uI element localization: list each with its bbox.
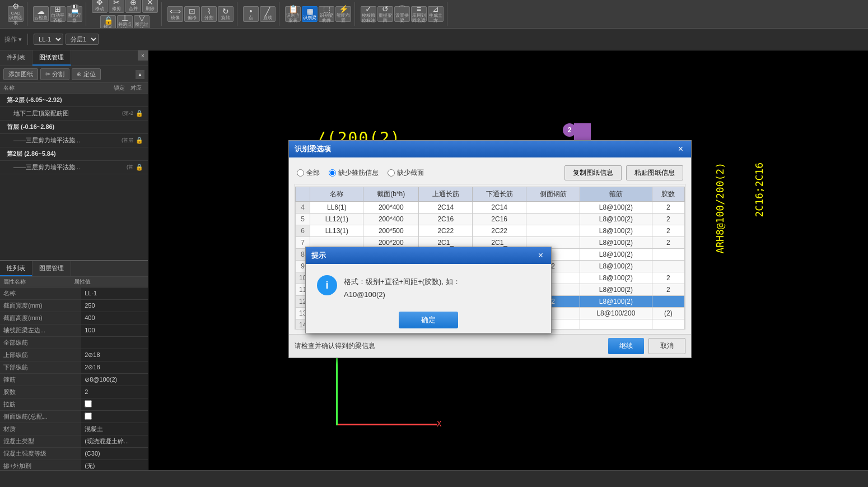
beam-cell-0-2[interactable]: 200*400 — [363, 202, 419, 214]
beam-combo[interactable]: LL-1 — [34, 34, 63, 45]
gen-earthwork-btn[interactable]: ⊿生成土方 — [428, 6, 444, 22]
identify-beam-btn[interactable]: ▦识别梁 — [302, 6, 318, 22]
prop-row-0[interactable]: 名称LL-1 — [0, 287, 148, 300]
line-btn[interactable]: ╱直线 — [260, 6, 276, 22]
beam-cell-2-0[interactable]: 6 — [296, 225, 310, 237]
beam-cell-1-7[interactable]: 2 — [652, 214, 684, 225]
beam-cell-0-3[interactable]: 2C14 — [419, 202, 473, 214]
option-missing-section[interactable]: 缺少截面 — [388, 168, 424, 178]
beam-cell-1-5[interactable] — [526, 214, 580, 225]
layer-item-2[interactable]: 第2层 (2.86~5.84) — [0, 147, 148, 161]
beam-cell-9-6[interactable]: L8@100/200 — [580, 308, 652, 319]
option-all[interactable]: 全部 — [297, 168, 320, 178]
beam-cell-3-7[interactable]: 2 — [652, 237, 684, 249]
drawing-item-0[interactable]: 地下二层顶梁配筋图 (第-2 🔒 — [0, 107, 148, 120]
cloud-check-btn[interactable]: ☁云检查 — [33, 6, 49, 22]
beam-cell-2-1[interactable]: LL13(1) — [310, 225, 363, 237]
drawing-item-2[interactable]: ——三层剪力墙平法施... (首 🔒 — [0, 161, 148, 174]
beam-cell-1-1[interactable]: LL12(1) — [310, 214, 363, 225]
beam-cell-0-0[interactable]: 4 — [296, 202, 310, 214]
prop-row-6[interactable]: 下部纵筋2⊘18 — [0, 361, 148, 373]
collapse-btn[interactable]: ▲ — [136, 70, 144, 79]
beam-cell-7-6[interactable]: L8@100(2) — [580, 284, 652, 296]
mirror-btn[interactable]: ⟺镜像 — [167, 6, 183, 22]
prop-value-9[interactable] — [81, 398, 148, 410]
prop-row-12[interactable]: 混凝土类型(现浇混凝土碎... — [0, 435, 148, 447]
prop-row-4[interactable]: 全部纵筋 — [0, 336, 148, 349]
beam-cell-8-7[interactable] — [652, 296, 684, 308]
identify-beam-component-btn[interactable]: ⬚识别梁构件 — [319, 6, 334, 22]
beam-cell-6-7[interactable]: 2 — [652, 272, 684, 284]
beam-cell-10-6[interactable] — [580, 319, 652, 330]
tab-file-list[interactable]: 件列表 — [0, 50, 32, 66]
prop-row-1[interactable]: 截面宽度(mm)250 — [0, 299, 148, 312]
beam-cell-4-7[interactable] — [652, 249, 684, 261]
beam-row-2[interactable]: 6LL13(1)200*5002C222C22L8@100(2)2 — [296, 225, 685, 237]
beam-cell-4-6[interactable]: L8@100(2) — [580, 249, 652, 261]
beam-cell-1-2[interactable]: 200*400 — [363, 214, 419, 225]
hint-ok-btn[interactable]: 确定 — [399, 312, 458, 328]
beam-cell-1-3[interactable]: 2C16 — [419, 214, 473, 225]
beam-cell-2-5[interactable] — [526, 225, 580, 237]
prop-row-14[interactable]: 掺+外加剂(无) — [0, 460, 148, 470]
apply-same-btn[interactable]: ≡应用到同名梁 — [411, 6, 427, 22]
beam-cell-0-4[interactable]: 2C14 — [473, 202, 526, 214]
prop-row-10[interactable]: 侧面纵筋(总配... — [0, 410, 148, 423]
layer-combo[interactable]: 分层1 — [66, 34, 99, 45]
point-btn[interactable]: •点 — [243, 6, 259, 22]
move-btn[interactable]: ✥移动 — [92, 0, 108, 13]
split-btn[interactable]: ⌇分割 — [201, 6, 217, 22]
option-missing-stirrup[interactable]: 缺少箍筋信息 — [329, 168, 379, 178]
split-drawing-btn[interactable]: ✂ 分割 — [40, 68, 69, 80]
re-extract-btn[interactable]: ↺重提梁跨 — [377, 6, 393, 22]
prop-row-9[interactable]: 拉筋 — [0, 398, 148, 410]
prop-value-10[interactable] — [81, 410, 148, 423]
locate-drawing-btn[interactable]: ⊕ 定位 — [72, 68, 101, 80]
offset-btn[interactable]: ⊡偏移 — [184, 6, 200, 22]
tab-prop-list[interactable]: 性列表 — [0, 261, 32, 276]
cancel-btn[interactable]: 取消 — [648, 338, 685, 354]
prop-row-8[interactable]: 胶数2 — [0, 386, 148, 398]
beam-cell-0-7[interactable]: 2 — [652, 202, 684, 214]
tab-drawing-manage[interactable]: 图纸管理 — [32, 50, 71, 66]
layer-item-0[interactable]: 第-2层 (-6.05~-2.92) — [0, 94, 148, 107]
prop-row-3[interactable]: 轴线距梁左边...100 — [0, 324, 148, 336]
beam-cell-1-6[interactable]: L8@100(2) — [580, 214, 652, 225]
beam-cell-6-6[interactable]: L8@100(2) — [580, 272, 652, 284]
rotate-btn[interactable]: ↻旋转 — [218, 6, 234, 22]
beam-cell-10-7[interactable] — [652, 319, 684, 330]
continue-btn[interactable]: 继续 — [608, 338, 644, 354]
prop-row-13[interactable]: 混凝土强度等级(C30) — [0, 447, 148, 460]
prop-row-2[interactable]: 截面高度(mm)400 — [0, 312, 148, 324]
beam-row-1[interactable]: 5LL12(1)200*4002C162C16L8@100(2)2 — [296, 214, 685, 225]
cad-options-btn[interactable]: ⚙CAD识别选项 — [8, 6, 24, 22]
beam-cell-2-2[interactable]: 200*500 — [363, 225, 419, 237]
beam-cell-5-7[interactable] — [652, 261, 684, 272]
beam-cell-0-6[interactable]: L8@100(2) — [580, 202, 652, 214]
delete-btn[interactable]: ✕删除 — [142, 0, 158, 13]
beam-cell-1-4[interactable]: 2C16 — [473, 214, 526, 225]
beam-cell-1-0[interactable]: 5 — [296, 214, 310, 225]
copy-drawing-info-btn[interactable]: 复制图纸信息 — [564, 165, 622, 180]
layer-item-1[interactable]: 首层 (-0.16~2.86) — [0, 120, 148, 134]
beam-cell-5-6[interactable]: L8@100(2) — [580, 261, 652, 272]
beam-cell-2-7[interactable]: 2 — [652, 225, 684, 237]
merge-btn[interactable]: ⊕合并 — [125, 0, 141, 13]
trim-btn[interactable]: ✂修剪 — [109, 0, 124, 13]
drawing-item-1[interactable]: ——三层剪力墙平法施... (首层 🔒 — [0, 134, 148, 147]
close-panel-btn[interactable]: × — [138, 50, 148, 61]
beam-cell-0-5[interactable] — [526, 202, 580, 214]
paste-drawing-info-btn[interactable]: 粘贴图纸信息 — [626, 165, 683, 180]
tab-layer-manage[interactable]: 图层管理 — [32, 261, 71, 276]
dialog-close-btn[interactable]: × — [676, 144, 685, 154]
beam-row-0[interactable]: 4LL6(1)200*4002C142C14L8@100(2)2 — [296, 202, 685, 214]
beam-cell-7-7[interactable]: 2 — [652, 284, 684, 296]
add-drawing-btn[interactable]: 添加图纸 — [3, 68, 38, 80]
beam-cell-8-6[interactable]: L8@100(2) — [580, 296, 652, 308]
beam-cell-3-6[interactable]: L8@100(2) — [580, 237, 652, 249]
prop-row-7[interactable]: 箍筋⊘8@100(2) — [0, 373, 148, 386]
identify-table-btn[interactable]: 📋识别连梁表 — [285, 6, 301, 22]
beam-cell-2-4[interactable]: 2C22 — [473, 225, 526, 237]
beam-cell-2-6[interactable]: L8@100(2) — [580, 225, 652, 237]
prop-row-11[interactable]: 材质混凝土 — [0, 423, 148, 435]
